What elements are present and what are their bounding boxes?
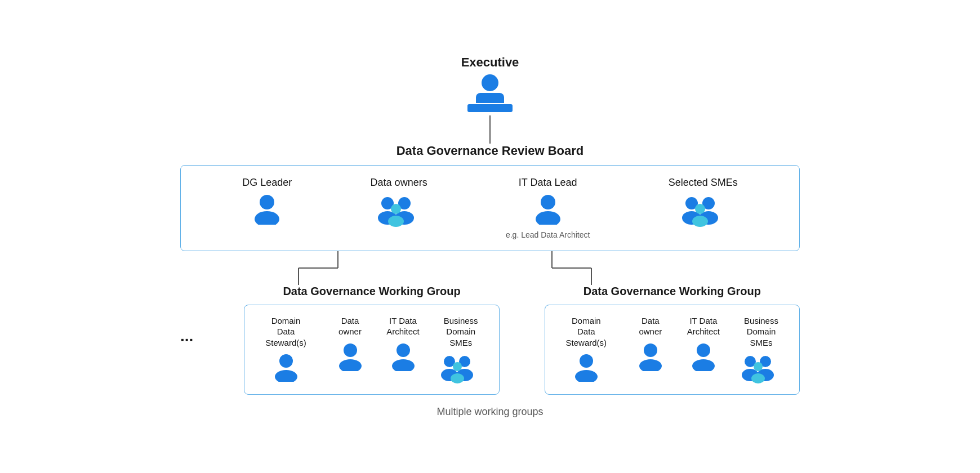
wg-right-steward-icon [572, 352, 600, 382]
svg-point-37 [639, 359, 662, 371]
svg-point-33 [451, 373, 464, 383]
wg-right-owner-label: Data owner [631, 315, 670, 337]
wg-right-architect-icon [689, 342, 718, 371]
exec-shoulders-shape [476, 93, 504, 103]
wg-right-data-owner: Data owner [631, 315, 670, 371]
svg-point-36 [644, 343, 657, 357]
svg-point-27 [392, 359, 415, 371]
svg-point-7 [388, 216, 404, 227]
svg-point-35 [575, 370, 598, 382]
wg-left-data-owner: Data owner [331, 315, 370, 371]
svg-point-14 [695, 204, 705, 214]
multiple-groups-label: Multiple working groups [436, 406, 543, 418]
wg-left-biz-smes: BusinessDomain SMEs [436, 315, 485, 385]
svg-point-44 [754, 362, 763, 371]
data-owners-icon [376, 193, 421, 227]
selected-smes-label: Selected SMEs [669, 177, 738, 189]
board-to-wg-connectors [180, 251, 800, 285]
board-member-selected-smes: Selected SMEs [669, 177, 738, 227]
it-data-lead-label: IT Data Lead [519, 177, 577, 189]
dg-leader-label: DG Leader [242, 177, 292, 189]
svg-point-0 [260, 195, 274, 209]
it-data-lead-sublabel: e.g. Lead Data Architect [506, 230, 590, 239]
executive-block: Executive [461, 55, 519, 112]
selected-smes-icon [680, 193, 725, 227]
svg-point-38 [697, 343, 710, 357]
svg-point-9 [536, 211, 560, 225]
wg-right-smes-icon [741, 352, 782, 384]
wg-left-smes-icon [440, 352, 482, 384]
svg-point-32 [453, 362, 462, 371]
exec-desk-shape [467, 104, 513, 112]
review-board-section: Data Governance Review Board DG Leader D… [96, 144, 884, 251]
board-member-data-owners: Data owners [371, 177, 427, 227]
svg-point-15 [692, 216, 708, 227]
wg-left-steward-icon [272, 352, 300, 382]
connector-svg [180, 251, 800, 285]
wg-left-it-architect: IT DataArchitect [386, 315, 419, 371]
connector-exec-to-board [489, 115, 491, 144]
wg-right-steward-label: DomainData Steward(s) [559, 315, 614, 349]
review-board-box: DG Leader Data owners [180, 165, 800, 251]
wg-right-section: Data Governance Working Group DomainData… [545, 285, 800, 395]
ellipsis-dots: ··· [180, 331, 193, 349]
it-data-lead-icon [533, 193, 563, 225]
wg-right-biz-smes: BusinessDomain SMEs [737, 315, 786, 385]
wg-right-owner-icon [636, 342, 665, 371]
wg-left-label: Data Governance Working Group [283, 285, 460, 298]
wg-right-domain-steward: DomainData Steward(s) [559, 315, 614, 382]
wg-right-smes-label: BusinessDomain SMEs [737, 315, 786, 349]
svg-point-1 [255, 211, 279, 225]
svg-point-22 [279, 354, 293, 368]
wg-right-architect-label: IT DataArchitect [687, 315, 720, 337]
executive-label: Executive [461, 55, 519, 70]
wg-left-owner-icon [336, 342, 364, 371]
working-groups-row: ··· Data Governance Working Group Domain… [180, 285, 800, 395]
review-board-label: Data Governance Review Board [397, 144, 584, 158]
exec-head-shape [482, 74, 498, 91]
svg-point-39 [692, 359, 715, 371]
svg-point-25 [339, 359, 362, 371]
wg-left-box: DomainData Steward(s) Data owner [244, 305, 499, 395]
wg-left-domain-steward: DomainData Steward(s) [258, 315, 313, 382]
wg-left-section: Data Governance Working Group DomainData… [244, 285, 499, 395]
svg-point-26 [397, 343, 410, 357]
wg-left-steward-label: DomainData Steward(s) [258, 315, 313, 349]
executive-icon [467, 74, 513, 112]
wg-right-it-architect: IT DataArchitect [687, 315, 720, 371]
wg-left-smes-label: BusinessDomain SMEs [436, 315, 485, 349]
data-owners-label: Data owners [371, 177, 427, 189]
svg-point-6 [391, 204, 401, 214]
board-member-dg-leader: DG Leader [242, 177, 292, 225]
wg-right-box: DomainData Steward(s) Data owner [545, 305, 800, 395]
svg-point-8 [541, 195, 555, 209]
wg-right-label: Data Governance Working Group [583, 285, 761, 298]
svg-point-23 [275, 370, 297, 382]
wg-left-architect-label: IT DataArchitect [386, 315, 419, 337]
org-chart: Executive Data Governance Review Board D… [96, 55, 884, 418]
wg-left-architect-icon [389, 342, 417, 371]
svg-point-24 [344, 343, 357, 357]
board-member-it-data-lead: IT Data Lead e.g. Lead Data Architect [506, 177, 590, 239]
svg-point-34 [580, 354, 593, 368]
svg-point-45 [751, 373, 765, 383]
wg-left-owner-label: Data owner [331, 315, 370, 337]
dg-leader-icon [252, 193, 282, 225]
